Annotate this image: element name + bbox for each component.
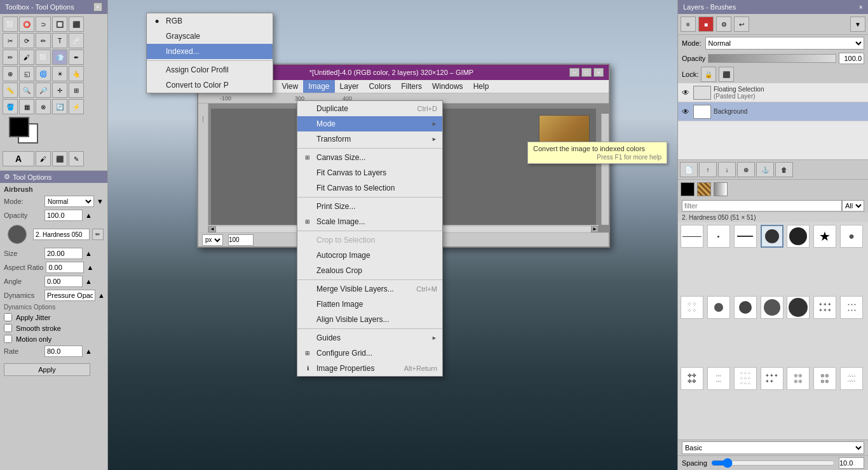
paintbrush-tool[interactable]: 🖌 [19, 50, 34, 65]
size-spinner[interactable]: ▲ [85, 250, 92, 257]
transform-tool[interactable]: ⟳ [19, 33, 34, 48]
brush-cell-4[interactable] [761, 225, 783, 248]
layers-channels-icon[interactable]: ■ [698, 17, 714, 32]
brush-cell-8[interactable]: ⁘⁘⁘⁘ [681, 296, 703, 319]
menu-layer[interactable]: Layer [335, 80, 364, 93]
smooth-stroke-checkbox[interactable] [4, 324, 12, 332]
gimp-close-button[interactable]: × [593, 68, 604, 77]
menu-item-duplicate[interactable]: Duplicate Ctrl+D [297, 101, 442, 116]
brush-fg-color[interactable] [681, 182, 695, 196]
brush-cell-14[interactable]: ⋆⋆⋆⋆⋆⋆ [840, 296, 863, 319]
mode-rgb-item[interactable]: ● RGB [147, 13, 273, 29]
text-tool[interactable]: T [52, 33, 67, 48]
brush-cell-15[interactable]: ✤✤✤✤ [681, 367, 703, 390]
aspect-input[interactable] [46, 262, 84, 273]
brush-gradient-swatch[interactable] [714, 182, 728, 196]
menu-filters[interactable]: Filters [396, 80, 427, 93]
menu-windows[interactable]: Windows [427, 80, 468, 93]
layer-eye-floating[interactable]: 👁 [681, 88, 691, 98]
menu-item-align-layers[interactable]: Align Visible Layers... [297, 312, 442, 327]
lock-alpha-icon[interactable]: ⬛ [719, 67, 734, 82]
layers-mode-select[interactable]: Normal [705, 37, 864, 50]
color-picker-tool[interactable]: 🔍 [19, 83, 34, 98]
brush-cell-5[interactable] [787, 225, 810, 248]
layers-opacity-slider[interactable] [708, 54, 836, 63]
spacing-input[interactable] [839, 457, 864, 469]
menu-item-merge-layers[interactable]: Merge Visible Layers... Ctrl+M [297, 281, 442, 297]
lower-layer-button[interactable]: ↓ [718, 162, 736, 177]
apply-jitter-checkbox[interactable] [4, 313, 12, 321]
menu-item-print-size[interactable]: Print Size... [297, 199, 442, 214]
duplicate-layer-button[interactable]: ⊕ [737, 162, 755, 177]
lock-pixels-icon[interactable]: 🔒 [701, 67, 716, 82]
menu-item-fit-canvas-layers[interactable]: Fit Canvas to Layers [297, 165, 442, 180]
layers-config-icon[interactable]: ▼ [850, 17, 865, 32]
raise-layer-button[interactable]: ↑ [699, 162, 717, 177]
mode-select[interactable]: Normal [44, 196, 94, 207]
layers-history-icon[interactable]: ↩ [734, 17, 749, 32]
vertical-scrollbar[interactable] [601, 114, 609, 225]
brush-cell-13[interactable]: ✦✦✦✦✦✦ [813, 296, 836, 319]
layers-paths-icon[interactable]: ⚙ [716, 17, 731, 32]
bucket-fill-tool[interactable]: 🪣 [3, 99, 18, 114]
menu-item-image-properties[interactable]: ℹ Image Properties Alt+Return [297, 361, 442, 376]
brushes-preset-select[interactable]: Basic [682, 441, 864, 454]
menu-item-flatten[interactable]: Flatten Image [297, 297, 442, 312]
foreground-color-box[interactable] [9, 117, 29, 137]
opacity-input[interactable] [44, 210, 83, 221]
menu-item-fit-canvas-selection[interactable]: Fit Canvas to Selection [297, 180, 442, 196]
brush-cell-6[interactable]: ★ [813, 225, 836, 248]
menu-item-mode[interactable]: Mode ► [297, 116, 442, 131]
smear-tool[interactable]: ⬛ [52, 151, 67, 166]
menu-item-guides[interactable]: Guides ► [297, 330, 442, 346]
brush-cell-2[interactable] [707, 225, 730, 248]
menu-colors[interactable]: Colors [364, 80, 397, 93]
crop-tool[interactable]: ✂ [3, 33, 18, 48]
gimp-maximize-button[interactable]: □ [581, 68, 592, 77]
apply-button[interactable]: Apply [4, 363, 90, 376]
gimp-minimize-button[interactable]: − [569, 68, 580, 77]
dynamics-spinner[interactable]: ▲ [98, 292, 105, 299]
brushes-type-select[interactable]: All [842, 200, 864, 211]
mode-indexed-item[interactable]: Indexed... [147, 44, 273, 59]
angle-input[interactable] [44, 276, 83, 287]
measure-tool[interactable]: 📏 [3, 83, 18, 98]
brush-cell-18[interactable]: ✦✦✦✦✦ [761, 367, 783, 390]
blur-tool[interactable]: 🌀 [36, 66, 51, 81]
menu-item-transform[interactable]: Transform ► [297, 131, 442, 147]
brush-cell-20[interactable]: ⊗⊗⊗⊗ [813, 367, 836, 390]
angle-spinner[interactable]: ▲ [85, 278, 92, 285]
ellipse-select-tool[interactable]: ⭕ [19, 17, 34, 32]
convolve-tool[interactable]: ⊗ [36, 99, 51, 114]
brush-cell-16[interactable]: ◦◦◦◦◦◦ [707, 367, 730, 390]
airbrush-tool active[interactable]: 💨 [52, 50, 67, 65]
brush-cell-9[interactable] [707, 296, 730, 319]
menu-item-scale-image[interactable]: ⊞ Scale Image... [297, 214, 442, 229]
aspect-spinner[interactable]: ▲ [86, 264, 93, 271]
brush-cell-21[interactable]: ∴∴∴∴∴∴ [840, 367, 863, 390]
brush-pattern-swatch[interactable] [697, 182, 711, 196]
align-tool[interactable]: ⊞ [69, 83, 84, 98]
spacing-slider[interactable] [711, 458, 835, 468]
rect-select-tool[interactable]: ⬜ [3, 17, 18, 32]
zoom-tool[interactable]: 🔎 [36, 83, 51, 98]
convert-color-profile-item[interactable]: Convert to Color P [147, 77, 273, 93]
zoom-input[interactable] [228, 234, 254, 246]
rate-spinner[interactable]: ▲ [85, 347, 92, 355]
brush-cell-17[interactable]: ⁘⁘⁘⁘⁘⁘⁘⁘⁘ [734, 367, 757, 390]
brushes-filter-input[interactable] [682, 200, 842, 211]
menu-image[interactable]: Image [303, 80, 334, 93]
clone-tool[interactable]: ⊕ [3, 66, 18, 81]
layers-opacity-input[interactable] [839, 53, 864, 64]
menu-item-autocrop[interactable]: Autocrop Image [297, 248, 442, 263]
layer-eye-background[interactable]: 👁 [681, 107, 691, 117]
brush-cell-7[interactable]: ● [840, 225, 863, 248]
assign-color-profile-item[interactable]: Assign Color Profil [147, 62, 273, 77]
menu-help[interactable]: Help [468, 80, 494, 93]
layer-background[interactable]: 👁 Background [678, 102, 868, 121]
lasso-tool[interactable]: ⊃ [36, 17, 51, 32]
brush-cell-11[interactable] [761, 296, 783, 319]
brush-cell-12[interactable] [787, 296, 810, 319]
path-tool[interactable]: ✏ [36, 33, 51, 48]
eraser-tool[interactable]: ⬜ [36, 50, 51, 65]
